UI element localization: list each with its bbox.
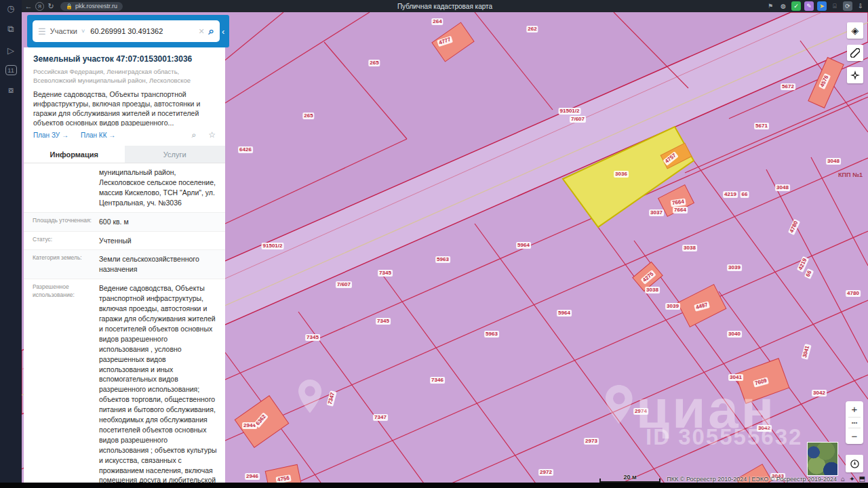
parcel-label-66[interactable]: 66 <box>741 191 749 198</box>
alice-icon[interactable]: ◍ <box>778 1 788 11</box>
mode-icon[interactable]: ✦ <box>849 475 854 483</box>
geolocation-button[interactable] <box>846 455 863 472</box>
parcel-label-3039[interactable]: 3039 <box>727 264 742 271</box>
parcel-label-3038[interactable]: 3038 <box>645 287 660 293</box>
attr-row-permitted-use: Разрешенное использование: Ведение садов… <box>24 279 225 483</box>
zoom-options-button[interactable]: ••• <box>846 418 863 428</box>
layers-icon[interactable]: ◈ <box>847 22 863 39</box>
history-icon[interactable]: ◷ <box>5 2 17 14</box>
extension-sync-icon[interactable]: ⟳ <box>843 1 852 11</box>
star-icon[interactable]: ☆ <box>208 130 216 140</box>
doc-zoom-icon[interactable]: ⌕ <box>192 130 197 140</box>
parcel-label-7346[interactable]: 7346 <box>430 377 445 384</box>
attr-row-area: Площадь уточненная: 600 кв. м <box>24 213 225 232</box>
parcel-address-short: Российская Федерация, Ленинградская обла… <box>33 68 216 85</box>
parcel-label-5672[interactable]: 5672 <box>781 83 795 90</box>
parcel-description-short: Ведение садоводства, Объекты транспортно… <box>33 90 216 126</box>
parcel-label-3038[interactable]: 3038 <box>682 245 697 251</box>
parcel-label-3040[interactable]: 3040 <box>727 331 742 338</box>
map-toolbar: ◈ <box>847 22 863 83</box>
collections-icon[interactable]: ⧉ <box>5 23 17 35</box>
yandex-icon[interactable]: Я <box>35 2 44 11</box>
back-icon[interactable]: ← <box>22 2 35 10</box>
search-category-select[interactable]: Участки <box>50 27 77 35</box>
video-icon[interactable]: ▷ <box>5 44 17 56</box>
parcel-label-7/607[interactable]: 7/607 <box>336 281 352 288</box>
attr-row-address: муниципальный район, Лесколовское сельск… <box>24 163 225 213</box>
parcel-label-7664[interactable]: 7664 <box>673 207 688 214</box>
home-icon[interactable]: ⌂ <box>841 475 845 483</box>
search-input[interactable] <box>89 26 194 36</box>
adblock-feather-icon[interactable]: ✎ <box>804 1 814 11</box>
parcel-label-91501/2[interactable]: 91501/2 <box>262 243 284 249</box>
parcel-label-5964[interactable]: 5964 <box>516 242 531 249</box>
parcel-label-3048[interactable]: 3048 <box>826 158 841 165</box>
refresh-icon[interactable]: ↻ <box>44 2 58 11</box>
address-bar[interactable]: 🔒 pkk.rosreestr.ru <box>60 2 123 11</box>
parcel-label-4219[interactable]: 4219 <box>723 191 738 198</box>
tab-services[interactable]: Услуги <box>125 146 226 163</box>
parcel-label-2946[interactable]: 2946 <box>245 473 260 480</box>
parcel-label-3048[interactable]: 3048 <box>775 184 790 191</box>
clear-icon[interactable]: ✕ <box>198 27 204 36</box>
parcel-attributes: муниципальный район, Лесколовское сельск… <box>24 163 225 483</box>
parcel-label-7345[interactable]: 7345 <box>376 318 391 325</box>
overview-minimap[interactable] <box>807 442 838 476</box>
parcel-label-91501/2[interactable]: 91501/2 <box>559 108 581 115</box>
plan-kk-link[interactable]: План КК → <box>81 131 115 139</box>
parcel-label-3041[interactable]: 3041 <box>728 374 743 381</box>
browser-topbar: ← Я ↻ 🔒 pkk.rosreestr.ru Публичная кадас… <box>22 0 868 12</box>
parcel-label-7345[interactable]: 7345 <box>378 270 393 277</box>
map-attribution-row: ПКК © Росреестр 2010-2024 | ЕЭКО © Росре… <box>475 475 865 483</box>
parcel-label-265[interactable]: 265 <box>302 113 314 119</box>
parcel-label-264[interactable]: 264 <box>431 18 443 25</box>
parcel-label-265[interactable]: 265 <box>368 60 380 66</box>
search-icon[interactable]: ⌕ <box>209 25 214 37</box>
parcel-label-3039[interactable]: 3039 <box>665 303 680 310</box>
attribution-text: ПКК © Росреестр 2010-2024 | ЕЭКО © Росре… <box>667 476 837 483</box>
attr-row-category: Категория земель: Земли сельскохозяйстве… <box>24 250 225 279</box>
page-title: Публичная кадастровая карта <box>22 3 868 10</box>
dictionary-icon[interactable]: ⌺ <box>830 1 840 11</box>
protect-shield-icon[interactable]: ✓ <box>791 1 801 11</box>
parcel-label-КПП №1[interactable]: КПП №1 <box>837 171 864 178</box>
measure-ruler-icon[interactable] <box>847 45 863 61</box>
tab-counter[interactable]: 11 <box>5 65 17 75</box>
navigator-icon[interactable]: ➤ <box>817 1 827 11</box>
parcel-label-5963[interactable]: 5963 <box>484 331 499 338</box>
attr-row-status: Статус: Учтенный <box>24 232 225 251</box>
parcel-label-3042[interactable]: 3042 <box>812 390 827 396</box>
parcel-label-7/607[interactable]: 7/607 <box>570 116 586 123</box>
parcel-label-4780[interactable]: 4780 <box>846 290 861 297</box>
zoom-out-button[interactable]: − <box>846 428 863 444</box>
plan-zu-link[interactable]: План ЗУ → <box>33 131 68 139</box>
menu-icon[interactable]: ☰ <box>38 26 46 37</box>
parcel-label-7347[interactable]: 7347 <box>373 414 388 421</box>
parcel-label-6426[interactable]: 6426 <box>238 146 253 153</box>
chevron-down-icon[interactable]: ˅ <box>81 28 85 35</box>
fullscreen-icon[interactable]: ⬒ <box>859 475 865 483</box>
parcel-label-5963[interactable]: 5963 <box>435 256 450 263</box>
collapse-panel-icon[interactable]: ‹ <box>222 26 224 37</box>
bottom-black-strip <box>0 483 868 488</box>
bookmark-icon[interactable]: ⚑ <box>766 1 775 11</box>
parcel-label-262[interactable]: 262 <box>526 26 538 33</box>
parcel-label-2973[interactable]: 2973 <box>584 438 599 445</box>
screenshot-icon[interactable]: ⧇ <box>5 84 17 96</box>
parcel-label-5964[interactable]: 5964 <box>557 310 572 317</box>
tab-information[interactable]: Информация <box>24 146 125 163</box>
parcel-label-3036[interactable]: 3036 <box>614 171 629 178</box>
zoom-in-button[interactable]: + <box>846 401 863 417</box>
parcel-label-5671[interactable]: 5671 <box>754 123 769 129</box>
browser-sidebar: ◷⧉▷11⧇ <box>0 0 22 485</box>
parcel-label-7345[interactable]: 7345 <box>305 334 320 341</box>
position-crosshair-icon[interactable] <box>847 67 863 83</box>
url-text: pkk.rosreestr.ru <box>75 3 117 9</box>
lock-icon: 🔒 <box>66 3 73 9</box>
parcel-label-3037[interactable]: 3037 <box>649 209 664 216</box>
parcel-label-2974[interactable]: 2974 <box>633 408 648 415</box>
search-bar[interactable]: ☰ Участки ˅ ✕ ⌕ <box>33 20 220 42</box>
screen: 2644777262265265642691501/27/60756724576… <box>0 0 868 488</box>
parcel-label-3042[interactable]: 3042 <box>757 425 772 432</box>
download-icon[interactable]: ⇩ <box>856 1 865 11</box>
